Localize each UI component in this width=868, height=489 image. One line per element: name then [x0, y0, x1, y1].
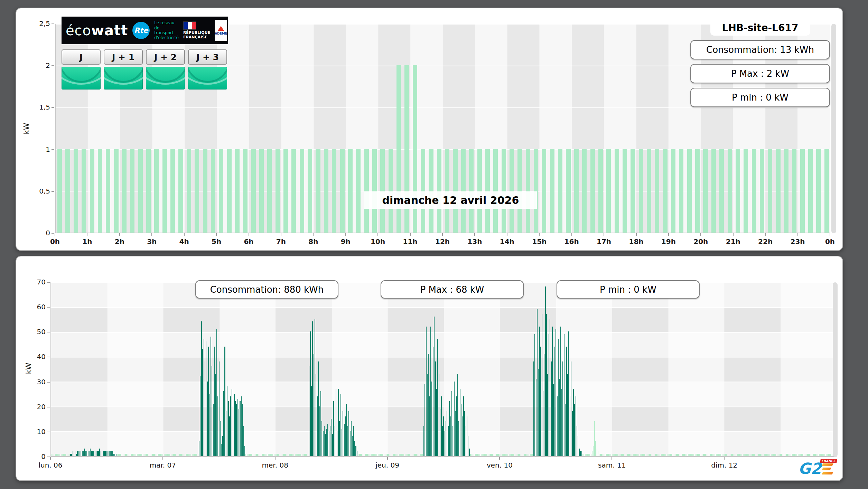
x-tick-label: 22h: [758, 237, 773, 246]
x-tickmark: [539, 233, 540, 236]
consumption-bar: [736, 149, 740, 233]
baseline-bar: [811, 454, 811, 456]
x-tick-label: 0h: [50, 237, 60, 246]
chart-scrollbar[interactable]: [833, 282, 838, 457]
x-tickmark: [275, 457, 276, 460]
consumption-bar: [445, 431, 445, 456]
baseline-bar: [758, 454, 759, 456]
baseline-bar: [703, 454, 704, 456]
consumption-bar: [460, 389, 460, 456]
tab-j-plus-2[interactable]: J + 2: [146, 49, 185, 65]
consumption-bar: [469, 449, 470, 456]
consumption-bar: [445, 149, 449, 233]
baseline-bar: [696, 454, 697, 456]
baseline-bar: [411, 454, 411, 456]
consumption-bar: [458, 421, 459, 456]
intraday-chart-panel: kW dimanche 12 avril 2026 écowatt Rte Le…: [16, 8, 843, 251]
gauge-j-plus-1[interactable]: [104, 67, 143, 90]
x-tick-label: 23h: [791, 237, 805, 246]
baseline-bar: [529, 454, 529, 456]
baseline-bar: [708, 454, 708, 456]
consumption-bar: [534, 149, 538, 233]
consumption-bar: [728, 149, 732, 233]
baseline-bar: [670, 454, 671, 456]
consumption-bar: [154, 149, 159, 233]
consumption-bar: [456, 396, 457, 456]
consumption-bar: [567, 374, 568, 456]
baseline-bar: [278, 454, 279, 456]
consumption-bar: [327, 424, 328, 456]
baseline-bar: [726, 454, 727, 456]
baseline-bar: [303, 454, 304, 456]
gauge-j-plus-3[interactable]: [188, 67, 227, 90]
gauge-j-plus-2[interactable]: [146, 67, 185, 90]
baseline-bar: [380, 454, 381, 456]
baseline-bar: [505, 454, 506, 456]
consumption-bar: [314, 354, 314, 456]
baseline-bar: [601, 454, 602, 456]
baseline-bar: [414, 454, 415, 456]
baseline-bar: [58, 454, 59, 456]
y-tickmark: [47, 382, 50, 383]
baseline-bar: [134, 454, 135, 456]
baseline-bar: [690, 454, 691, 456]
consumption-bar: [74, 451, 74, 456]
consumption-bar: [671, 149, 675, 233]
x-tick-label: 13h: [467, 237, 482, 246]
baseline-bar: [300, 454, 301, 456]
consumption-bar: [74, 149, 78, 233]
baseline-bar: [179, 454, 180, 456]
consumption-bar: [352, 436, 353, 456]
baseline-bar: [472, 454, 472, 456]
consumption-bar: [695, 149, 700, 233]
consumption-bar: [320, 391, 321, 456]
baseline-bar: [54, 454, 54, 456]
baseline-bar: [372, 454, 373, 456]
baseline-bar: [261, 454, 261, 456]
tab-j-plus-1[interactable]: J + 1: [104, 49, 143, 65]
baseline-bar: [676, 454, 677, 456]
consumption-bar: [109, 451, 109, 456]
baseline-bar: [634, 454, 635, 456]
gauge-j[interactable]: [62, 67, 101, 90]
baseline-bar: [159, 454, 160, 456]
baseline-bar: [180, 454, 181, 456]
baseline-bar: [793, 454, 794, 456]
consumption-bar: [537, 309, 538, 456]
baseline-bar: [828, 454, 829, 456]
baseline-bar: [62, 454, 63, 456]
baseline-bar: [270, 454, 271, 456]
baseline-bar: [587, 454, 588, 456]
consumption-bar: [347, 426, 348, 456]
y-tickmark: [47, 307, 50, 308]
baseline-bar: [593, 446, 594, 456]
baseline-bar: [151, 454, 151, 456]
baseline-bar: [667, 454, 668, 456]
consumption-bar: [244, 446, 245, 456]
consumption-bar: [454, 382, 455, 456]
consumption-bar: [343, 411, 343, 456]
weekly-chart-plot[interactable]: [50, 282, 837, 457]
baseline-bar: [605, 454, 605, 456]
consumption-bar: [428, 354, 429, 456]
x-tickmark: [733, 233, 734, 236]
consumption-bar: [426, 327, 427, 456]
consumption-bar: [82, 149, 86, 233]
tab-j[interactable]: J: [62, 49, 101, 65]
baseline-bar: [802, 454, 803, 456]
baseline-bar: [275, 454, 276, 456]
baseline-bar: [395, 454, 396, 456]
baseline-bar: [823, 454, 824, 456]
y-tickmark: [52, 149, 54, 150]
baseline-bar: [489, 454, 489, 456]
baseline-bar: [512, 454, 513, 456]
baseline-bar: [162, 454, 163, 456]
baseline-bar: [255, 454, 255, 456]
tab-j-plus-3[interactable]: J + 3: [188, 49, 227, 65]
consumption-bar: [547, 374, 548, 456]
consumption-bar: [526, 149, 530, 233]
consumption-bar: [469, 149, 474, 233]
consumption-bar: [326, 429, 327, 456]
baseline-bar: [815, 454, 816, 456]
baseline-bar: [736, 454, 736, 456]
